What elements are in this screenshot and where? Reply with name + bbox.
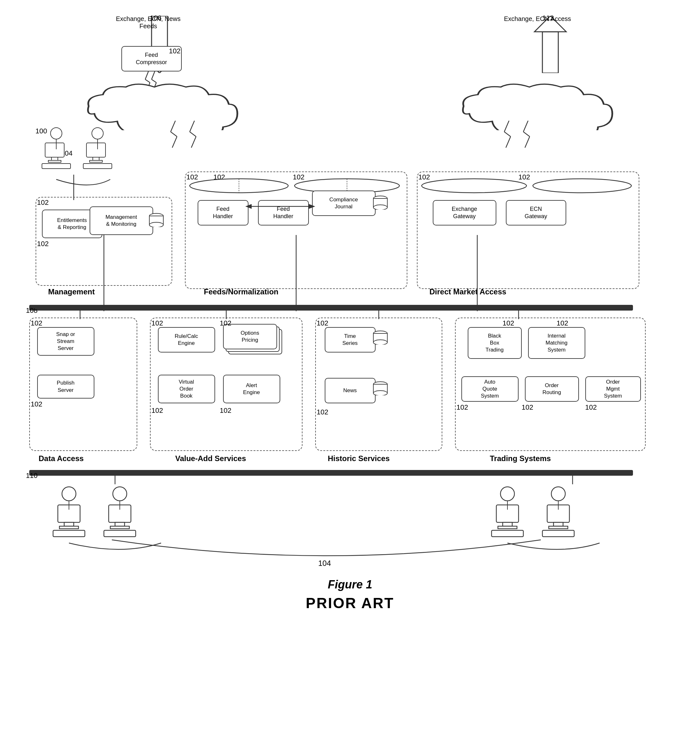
ref-104-bottom: 104 [318,559,331,568]
svg-rect-52 [64,522,74,526]
db-timeseries [372,330,388,345]
svg-line-4 [145,79,150,82]
svg-line-84 [171,121,175,132]
cloud-label-right: Exchange, ECN Access [503,15,573,22]
svg-rect-68 [491,530,524,537]
ref-102-feeds: 102 [187,173,198,181]
section-label-hs: Historic Services [328,454,390,463]
svg-point-20 [92,128,103,139]
svg-rect-70 [553,522,563,526]
black-box-trading-box: BlackBoxTrading [468,327,522,359]
svg-line-93 [524,121,528,132]
ref-102-ps: 102 [31,400,43,408]
publish-server-box: PublishServer [37,375,94,399]
svg-rect-62 [104,530,136,537]
news-box: News [325,378,376,403]
svg-rect-13 [48,160,61,162]
feed-handler-2-box: FeedHandler [258,200,309,226]
svg-rect-74 [543,530,574,537]
db-mgmt [149,213,164,227]
svg-rect-59 [110,526,129,529]
ref-102-vob: 102 [151,406,163,415]
svg-rect-19 [90,160,102,162]
ref-102-ts2: 102 [557,319,568,327]
section-label-ts: Trading Systems [490,454,551,463]
ref-102-ae: 102 [220,406,232,415]
lightning-fc [142,72,161,97]
ref-102-mgmt: 102 [37,198,49,207]
dma-group [417,172,639,289]
db-compliance [372,195,388,210]
svg-point-47 [374,340,387,345]
ref-102-feeds2: 102 [213,173,225,181]
svg-line-85 [171,132,177,136]
svg-point-14 [50,128,62,139]
svg-line-3 [145,72,149,79]
ref-102-comp: 102 [293,173,305,181]
svg-point-66 [500,487,515,501]
internal-matching-system-box: InternalMatchingSystem [528,327,585,359]
svg-line-92 [506,136,510,148]
svg-line-6 [151,72,155,79]
bus-bar-108 [29,305,633,311]
svg-line-89 [191,136,196,148]
section-label-feeds: Feeds/Normalization [204,288,279,296]
ref-102-da: 102 [31,319,43,327]
svg-line-8 [153,82,156,91]
ref-102-dma2: 102 [519,173,530,181]
ref-102-or: 102 [522,403,534,412]
workstations-bottom-left [48,480,182,556]
svg-point-29 [149,222,163,227]
ref-102-vas: 102 [151,319,163,327]
svg-rect-69 [547,505,569,522]
line-ws-mgmt [72,175,75,200]
svg-point-54 [62,487,76,501]
svg-point-60 [113,487,127,501]
svg-line-95 [525,136,530,148]
svg-rect-58 [115,522,125,526]
svg-rect-64 [503,522,512,526]
svg-rect-51 [58,505,80,522]
ecn-gateway-box: ECNGateway [506,200,566,226]
management-monitoring-box: Management& Monitoring [90,207,153,235]
figure-label: Figure 1 [16,578,684,591]
figure-caption: Figure 1 PRIOR ART [16,578,684,612]
svg-point-50 [374,390,387,395]
svg-rect-18 [93,157,99,160]
svg-rect-17 [87,143,106,157]
feed-handler-1-box: FeedHandler [198,200,249,226]
svg-rect-53 [59,526,78,529]
ref-102-ent: 102 [37,240,49,248]
ref-102-op: 102 [220,319,232,327]
workstations-bottom-right [487,480,620,556]
svg-line-91 [504,132,510,136]
ref-102-oms: 102 [585,403,597,412]
workstations-upper-left [35,124,125,187]
bus-label-110: 110 [26,472,38,480]
svg-line-94 [524,132,530,136]
svg-rect-71 [549,526,568,529]
feeds-norm-group [185,172,407,289]
svg-line-88 [190,132,196,136]
svg-line-5 [147,82,150,91]
cloud-left [80,79,239,130]
ref-102-fc: 102 [169,47,181,55]
options-pricing-box: OptionsPricing [223,324,277,349]
ref-102-hs: 102 [317,319,329,327]
alert-engine-box: AlertEngine [223,375,280,403]
svg-rect-57 [109,505,131,522]
svg-rect-12 [51,157,58,160]
section-label-dma: Direct Market Access [429,288,506,296]
svg-rect-16 [42,164,71,169]
section-label-da: Data Access [39,454,84,463]
time-series-box: TimeSeries [325,327,376,352]
virtual-order-book-box: VirtualOrderBook [158,375,215,403]
svg-line-90 [504,121,509,132]
ref-102-ts1: 102 [503,319,515,327]
arrow-112 [531,16,569,73]
svg-point-72 [551,487,565,501]
svg-line-87 [190,121,194,132]
cloud-right [455,79,614,130]
ref-102-aqs: 102 [457,403,468,412]
ref-100: 100 [35,127,47,135]
